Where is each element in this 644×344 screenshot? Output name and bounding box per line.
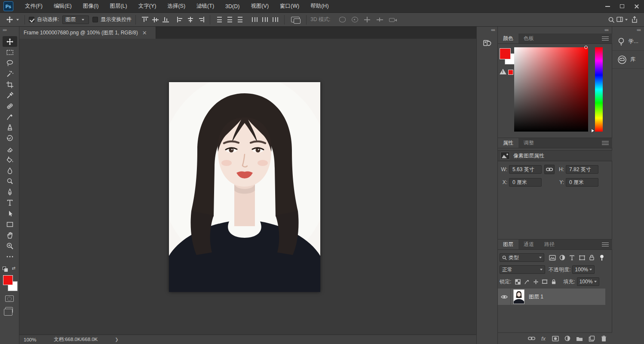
y-field[interactable]: 0 厘米 — [566, 178, 598, 187]
opacity-field[interactable]: 100% — [572, 265, 595, 274]
filter-adjustment-layers-button[interactable] — [558, 254, 567, 262]
tool-spot-healing-brush[interactable] — [3, 101, 17, 111]
close-button[interactable] — [629, 0, 644, 13]
distribute-vcenter-button[interactable] — [224, 15, 235, 25]
tool-history-brush[interactable] — [3, 133, 17, 144]
photo-document[interactable] — [169, 82, 320, 292]
lock-position-button[interactable] — [532, 278, 540, 286]
distribute-left-button[interactable] — [249, 15, 260, 25]
tool-paint-bucket[interactable] — [3, 154, 17, 165]
lock-all-button[interactable] — [550, 278, 558, 286]
blend-mode-dropdown[interactable]: 正常 — [500, 265, 545, 274]
distribute-hcenter-button[interactable] — [260, 15, 270, 25]
link-layers-button[interactable] — [525, 333, 537, 344]
menu-filter[interactable]: 滤镜(T) — [191, 0, 220, 13]
menu-file[interactable]: 文件(F) — [19, 0, 48, 13]
menu-select[interactable]: 选择(S) — [162, 0, 191, 13]
tab-close-icon[interactable]: ✕ — [142, 30, 147, 36]
history-panel-button[interactable] — [480, 36, 494, 50]
tool-move[interactable] — [3, 36, 17, 47]
menu-window[interactable]: 窗口(W) — [274, 0, 305, 13]
gamut-warning-icon[interactable] — [500, 69, 506, 74]
tool-preset-move-icon[interactable] — [4, 15, 15, 25]
new-group-button[interactable] — [573, 333, 586, 344]
tool-eyedropper[interactable] — [3, 90, 17, 101]
height-field[interactable]: 7.82 英寸 — [566, 165, 598, 174]
status-chevron-icon[interactable]: ❯ — [115, 337, 118, 342]
menu-view[interactable]: 视图(V) — [245, 0, 274, 13]
tool-edit-toolbar[interactable] — [3, 251, 17, 262]
default-swap-colors-widget[interactable]: ⇄ — [3, 266, 15, 274]
align-top-edges-button[interactable] — [140, 15, 150, 25]
menu-3d[interactable]: 3D(D) — [220, 0, 245, 13]
distribute-top-button[interactable] — [214, 15, 224, 25]
3d-orbit-icon[interactable] — [339, 17, 346, 22]
align-vertical-centers-button[interactable] — [150, 15, 160, 25]
tool-type[interactable] — [3, 197, 17, 208]
filter-smart-objects-button[interactable] — [587, 254, 596, 262]
menu-layer[interactable]: 图层(L) — [104, 0, 132, 13]
add-layer-mask-button[interactable] — [549, 333, 561, 344]
saturation-brightness-field[interactable] — [514, 47, 588, 132]
tab-layers[interactable]: 图层 — [498, 240, 518, 249]
zoom-level-field[interactable]: 100% — [19, 337, 42, 342]
tool-clone-stamp[interactable] — [3, 122, 17, 133]
document-tab[interactable]: Frame 1000007680.png @ 100% (图层 1, RGB/8… — [19, 27, 156, 39]
quick-mask-mode-button[interactable] — [5, 295, 14, 302]
auto-select-target-dropdown[interactable]: 图层 — [62, 15, 89, 24]
collapse-panels-icon[interactable]: «« — [637, 28, 641, 32]
tool-rectangle[interactable] — [3, 219, 17, 230]
auto-align-layers-button[interactable] — [288, 15, 302, 25]
layer-name[interactable]: 图层 1 — [529, 293, 543, 301]
lock-transparent-pixels-button[interactable] — [514, 278, 521, 286]
expand-panel-icon[interactable]: »» — [3, 28, 6, 32]
hue-slider-marker[interactable] — [592, 129, 594, 132]
tool-preset-chevron-icon[interactable] — [16, 19, 19, 21]
screen-mode-button[interactable] — [5, 307, 13, 313]
tool-brush[interactable] — [3, 111, 17, 122]
tool-quick-selection[interactable] — [3, 68, 17, 79]
collapse-panels-icon[interactable]: «« — [604, 28, 608, 32]
tool-dodge[interactable] — [3, 176, 17, 187]
link-dimensions-button[interactable] — [544, 165, 555, 174]
panel-menu-icon[interactable] — [602, 243, 609, 247]
show-transform-checkbox[interactable] — [92, 17, 98, 22]
distribute-right-button[interactable] — [270, 15, 280, 25]
menu-edit[interactable]: 编辑(E) — [48, 0, 77, 13]
tool-pen[interactable] — [3, 187, 17, 197]
minimize-button[interactable] — [600, 0, 615, 13]
color-panel-foreground-swatch[interactable] — [500, 48, 511, 59]
panel-menu-icon[interactable] — [602, 141, 609, 145]
layer-thumbnail[interactable] — [513, 289, 524, 304]
hue-slider[interactable] — [595, 47, 603, 132]
tool-path-selection[interactable] — [3, 208, 17, 219]
tab-adjustments[interactable]: 调整 — [518, 138, 539, 148]
3d-slide-icon[interactable] — [377, 17, 383, 22]
tool-lasso[interactable] — [3, 58, 17, 68]
menu-image[interactable]: 图像(I) — [77, 0, 104, 13]
fill-field[interactable]: 100% — [577, 277, 599, 286]
libraries-panel-button[interactable]: 库 — [612, 51, 644, 69]
workspace-switcher-button[interactable] — [616, 15, 629, 25]
layer-filter-dropdown[interactable]: 类型 — [500, 253, 544, 262]
align-horizontal-centers-button[interactable] — [185, 15, 196, 25]
learn-panel-button[interactable]: 学... — [612, 33, 644, 51]
tab-properties[interactable]: 属性 — [498, 138, 518, 148]
tool-rectangular-marquee[interactable] — [3, 47, 17, 58]
collapse-panels-icon[interactable]: «« — [491, 28, 495, 32]
new-layer-button[interactable] — [586, 333, 598, 344]
tool-blur[interactable] — [3, 165, 17, 176]
tool-zoom[interactable] — [3, 240, 17, 251]
tab-channels[interactable]: 通道 — [518, 240, 539, 249]
color-field-marker[interactable] — [584, 46, 588, 49]
filter-pin-toggle[interactable] — [597, 254, 606, 262]
align-right-edges-button[interactable] — [196, 15, 206, 25]
panel-menu-icon[interactable] — [602, 37, 609, 41]
lock-image-pixels-button[interactable] — [523, 278, 531, 286]
auto-select-checkbox[interactable] — [29, 17, 34, 22]
layer-visibility-toggle[interactable] — [498, 289, 511, 305]
tab-swatches[interactable]: 色板 — [518, 34, 539, 43]
new-adjustment-layer-button[interactable] — [561, 333, 573, 344]
delete-layer-button[interactable] — [598, 333, 610, 344]
search-icon[interactable] — [606, 15, 616, 25]
